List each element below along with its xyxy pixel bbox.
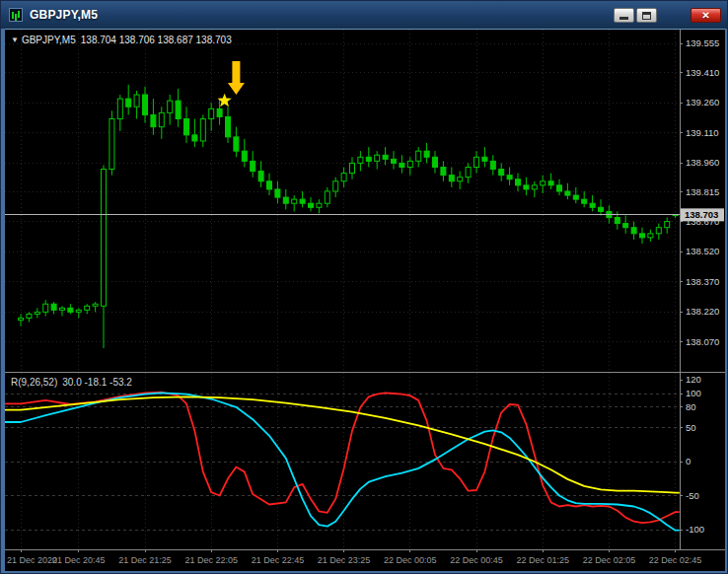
svg-text:139.110: 139.110	[686, 127, 719, 138]
svg-text:138.070: 138.070	[686, 336, 719, 347]
mt-chart-window: GBPJPY,M5 ✕ 139.555139.410139.260139.110…	[0, 0, 728, 574]
svg-text:-100: -100	[686, 524, 704, 535]
svg-text:80: 80	[686, 401, 696, 412]
svg-text:138.960: 138.960	[686, 157, 719, 168]
minimize-button[interactable]	[614, 8, 634, 23]
svg-text:138.815: 138.815	[686, 186, 719, 197]
svg-text:21 Dec 2020: 21 Dec 2020	[7, 555, 57, 565]
chart-canvas[interactable]: 139.555139.410139.260139.110138.960138.8…	[5, 30, 725, 572]
svg-text:21 Dec 22:05: 21 Dec 22:05	[184, 555, 238, 565]
indicator-label: R(9,26,52)30.0 -18.1 -53.2	[11, 377, 132, 388]
svg-text:22 Dec 02:45: 22 Dec 02:45	[649, 555, 702, 565]
close-icon: ✕	[701, 10, 709, 21]
svg-text:120: 120	[686, 374, 701, 385]
svg-text:22 Dec 00:45: 22 Dec 00:45	[450, 555, 503, 565]
down-arrow-marker	[228, 61, 245, 95]
svg-text:50: 50	[686, 422, 696, 433]
titlebar[interactable]: GBPJPY,M5 ✕	[1, 1, 727, 29]
svg-text:22 Dec 01:25: 22 Dec 01:25	[516, 555, 569, 565]
svg-text:139.555: 139.555	[686, 37, 719, 48]
close-button[interactable]: ✕	[691, 8, 721, 23]
ohlc-values: 138.704 138.706 138.687 138.703	[81, 35, 232, 45]
chart-area: 139.555139.410139.260139.110138.960138.8…	[5, 29, 725, 571]
svg-text:138.520: 138.520	[686, 246, 719, 256]
restore-button[interactable]	[636, 8, 657, 23]
svg-text:138.220: 138.220	[686, 306, 719, 317]
svg-text:22 Dec 00:05: 22 Dec 00:05	[384, 555, 437, 565]
svg-text:21 Dec 21:25: 21 Dec 21:25	[118, 555, 172, 565]
indicator-name: R(9,26,52)	[11, 377, 57, 388]
symbol-label: GBPJPY,M5	[22, 35, 76, 45]
window-title: GBPJPY,M5	[30, 8, 98, 22]
restore-icon	[642, 12, 651, 20]
indicator-values: 30.0 -18.1 -53.2	[62, 377, 132, 388]
svg-text:100: 100	[686, 388, 701, 398]
svg-text:139.410: 139.410	[686, 67, 719, 78]
svg-text:-50: -50	[686, 490, 699, 501]
svg-text:21 Dec 20:45: 21 Dec 20:45	[52, 555, 106, 565]
svg-text:21 Dec 23:25: 21 Dec 23:25	[318, 555, 371, 565]
minimize-icon	[619, 17, 628, 20]
app-icon[interactable]	[9, 8, 23, 22]
svg-text:22 Dec 02:05: 22 Dec 02:05	[583, 555, 636, 565]
svg-text:139.260: 139.260	[686, 97, 719, 108]
svg-text:21 Dec 22:45: 21 Dec 22:45	[252, 555, 305, 565]
symbol-dropdown-icon[interactable]: ▼	[11, 36, 19, 44]
svg-text:138.370: 138.370	[686, 276, 719, 287]
svg-text:0: 0	[686, 456, 691, 466]
symbol-ohlc-label: ▼GBPJPY,M5138.704 138.706 138.687 138.70…	[11, 35, 232, 45]
svg-text:138.703: 138.703	[685, 209, 718, 220]
